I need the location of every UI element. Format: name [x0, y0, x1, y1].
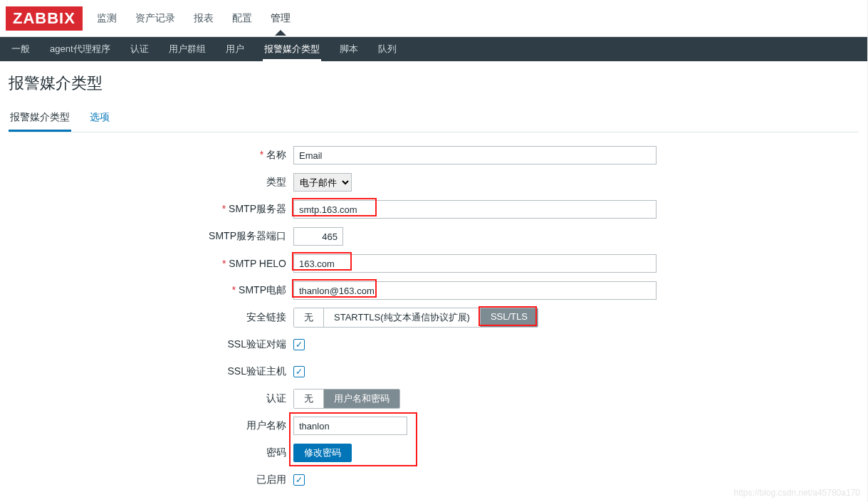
password-label: 密码: [101, 446, 293, 459]
smtp-email-label: SMTP电邮: [101, 284, 293, 297]
smtp-email-input[interactable]: [293, 281, 657, 300]
name-label: 名称: [101, 149, 293, 162]
enabled-checkbox[interactable]: [293, 474, 305, 486]
tab-1[interactable]: 选项: [88, 105, 111, 132]
ssl-host-checkbox[interactable]: [293, 366, 305, 377]
enabled-label: 已启用: [101, 474, 293, 486]
topnav-item-3[interactable]: 配置: [231, 2, 253, 35]
ssl-peer-label: SSL验证对端: [101, 338, 293, 351]
ssl-host-label: SSL验证主机: [101, 365, 293, 378]
name-input[interactable]: [293, 146, 657, 164]
subnav-item-4[interactable]: 用户: [224, 37, 246, 61]
topnav: 监测资产记录报表配置管理: [95, 2, 292, 35]
subnav-item-6[interactable]: 脚本: [338, 37, 360, 61]
type-label: 类型: [101, 176, 293, 189]
smtp-server-label: SMTP服务器: [101, 203, 293, 216]
smtp-port-label: SMTP服务器端口: [101, 230, 293, 243]
security-segment: 无STARTTLS(纯文本通信协议扩展)SSL/TLS: [293, 308, 538, 328]
type-select[interactable]: 电子邮件: [293, 173, 352, 192]
smtp-helo-label: SMTP HELO: [101, 258, 293, 269]
smtp-port-input[interactable]: [293, 227, 343, 246]
topnav-item-0[interactable]: 监测: [95, 2, 118, 35]
logo: ZABBIX: [6, 6, 83, 31]
topnav-item-2[interactable]: 报表: [192, 2, 215, 35]
subnav-item-2[interactable]: 认证: [129, 37, 150, 61]
page-title: 报警媒介类型: [9, 73, 859, 94]
security-option-1[interactable]: STARTTLS(纯文本通信协议扩展): [324, 308, 481, 327]
auth-label: 认证: [101, 392, 293, 405]
auth-segment: 无用户名和密码: [293, 389, 400, 409]
ssl-peer-checkbox[interactable]: [293, 339, 305, 350]
subnav-item-7[interactable]: 队列: [377, 37, 398, 61]
subnav: 一般agent代理程序认证用户群组用户报警媒介类型脚本队列: [0, 37, 867, 61]
security-option-2[interactable]: SSL/TLS: [481, 308, 538, 327]
page: 报警媒介类型 报警媒介类型选项 名称 类型 电子邮件: [0, 61, 867, 502]
username-label: 用户名称: [101, 419, 293, 432]
subnav-item-0[interactable]: 一般: [10, 37, 31, 61]
security-label: 安全链接: [101, 311, 293, 324]
subnav-item-1[interactable]: agent代理程序: [48, 37, 112, 61]
auth-option-1[interactable]: 用户名和密码: [324, 389, 399, 408]
tab-0[interactable]: 报警媒介类型: [9, 105, 71, 132]
auth-option-0[interactable]: 无: [294, 389, 324, 408]
topnav-item-4[interactable]: 管理: [269, 2, 292, 35]
smtp-server-input[interactable]: [293, 200, 657, 219]
smtp-helo-input[interactable]: [293, 254, 657, 273]
subnav-item-3[interactable]: 用户群组: [167, 37, 207, 61]
change-password-button[interactable]: 修改密码: [293, 444, 352, 462]
subnav-item-5[interactable]: 报警媒介类型: [263, 37, 321, 61]
form: 名称 类型 电子邮件 SMTP服务器: [101, 145, 859, 502]
topbar: ZABBIX 监测资产记录报表配置管理: [0, 0, 867, 37]
username-input[interactable]: [293, 417, 407, 435]
security-option-0[interactable]: 无: [294, 308, 324, 327]
tabstrip: 报警媒介类型选项: [9, 105, 859, 132]
topnav-item-1[interactable]: 资产记录: [134, 2, 177, 35]
